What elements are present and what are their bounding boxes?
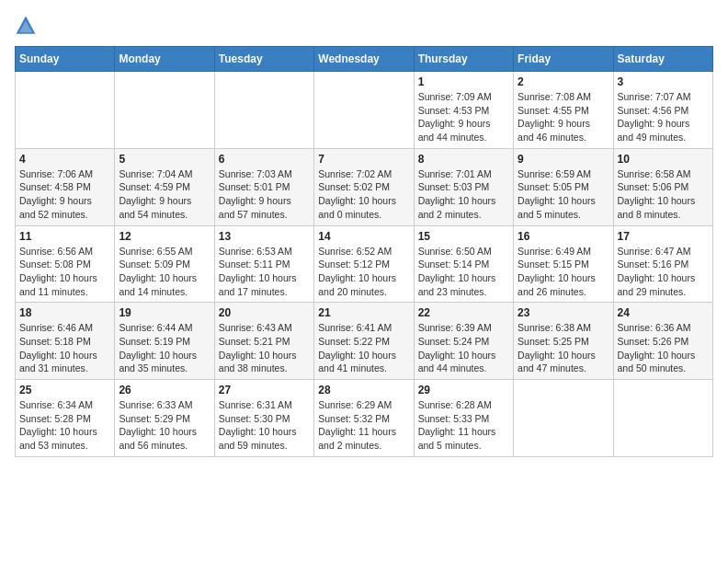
day-info: Sunrise: 6:46 AMSunset: 5:18 PMDaylight:… [19,321,110,375]
calendar-header-saturday: Saturday [613,47,712,72]
calendar-cell: 15Sunrise: 6:50 AMSunset: 5:14 PMDayligh… [414,225,513,303]
day-number: 10 [618,153,709,166]
calendar-cell: 27Sunrise: 6:31 AMSunset: 5:30 PMDayligh… [214,380,313,457]
day-info: Sunrise: 6:29 AMSunset: 5:32 PMDaylight:… [318,398,409,453]
calendar-cell: 3Sunrise: 7:07 AMSunset: 4:56 PMDaylight… [613,72,712,149]
day-info: Sunrise: 6:28 AMSunset: 5:33 PMDaylight:… [418,398,509,453]
day-number: 26 [119,384,210,396]
day-number: 2 [518,75,609,88]
calendar-cell: 7Sunrise: 7:02 AMSunset: 5:02 PMDaylight… [314,148,414,225]
calendar-cell: 12Sunrise: 6:55 AMSunset: 5:09 PMDayligh… [115,225,214,303]
calendar-cell: 24Sunrise: 6:36 AMSunset: 5:26 PMDayligh… [613,303,712,380]
day-number: 9 [518,153,609,166]
day-number: 13 [219,230,310,243]
day-number: 16 [518,230,609,243]
calendar-header-wednesday: Wednesday [314,47,414,72]
day-number: 8 [418,153,509,166]
day-number: 1 [418,75,509,88]
day-info: Sunrise: 7:04 AMSunset: 4:59 PMDaylight:… [119,167,210,222]
calendar-cell: 8Sunrise: 7:01 AMSunset: 5:03 PMDaylight… [414,148,513,225]
day-number: 3 [618,75,709,88]
calendar-header-tuesday: Tuesday [214,47,313,72]
day-number: 12 [119,230,210,243]
day-number: 18 [19,306,110,319]
day-number: 19 [119,306,210,319]
calendar-week-row: 11Sunrise: 6:56 AMSunset: 5:08 PMDayligh… [16,225,713,303]
day-info: Sunrise: 6:39 AMSunset: 5:24 PMDaylight:… [418,321,509,375]
day-number: 15 [418,230,509,243]
calendar-cell: 1Sunrise: 7:09 AMSunset: 4:53 PMDaylight… [414,72,513,149]
day-number: 7 [318,153,409,166]
calendar-cell: 5Sunrise: 7:04 AMSunset: 4:59 PMDaylight… [115,148,214,225]
logo-icon [15,15,37,37]
calendar-cell [314,72,414,149]
calendar-cell: 28Sunrise: 6:29 AMSunset: 5:32 PMDayligh… [314,380,414,457]
calendar-cell: 6Sunrise: 7:03 AMSunset: 5:01 PMDaylight… [214,148,313,225]
day-info: Sunrise: 7:07 AMSunset: 4:56 PMDaylight:… [618,90,709,144]
calendar-week-row: 25Sunrise: 6:34 AMSunset: 5:28 PMDayligh… [16,380,713,457]
day-info: Sunrise: 6:58 AMSunset: 5:06 PMDaylight:… [618,167,709,222]
calendar-cell: 14Sunrise: 6:52 AMSunset: 5:12 PMDayligh… [314,225,414,303]
day-number: 17 [618,230,709,243]
day-number: 24 [618,306,709,319]
day-info: Sunrise: 6:59 AMSunset: 5:05 PMDaylight:… [518,167,609,222]
calendar-cell: 10Sunrise: 6:58 AMSunset: 5:06 PMDayligh… [613,148,712,225]
day-info: Sunrise: 6:41 AMSunset: 5:22 PMDaylight:… [318,321,409,375]
day-number: 6 [219,153,310,166]
calendar-cell [214,72,313,149]
calendar-cell [613,380,712,457]
day-info: Sunrise: 6:31 AMSunset: 5:30 PMDaylight:… [219,398,310,453]
calendar-cell: 11Sunrise: 6:56 AMSunset: 5:08 PMDayligh… [16,225,115,303]
day-info: Sunrise: 6:38 AMSunset: 5:25 PMDaylight:… [518,321,609,375]
day-number: 28 [318,384,409,396]
calendar-week-row: 4Sunrise: 7:06 AMSunset: 4:58 PMDaylight… [16,148,713,225]
calendar-cell: 23Sunrise: 6:38 AMSunset: 5:25 PMDayligh… [514,303,613,380]
day-info: Sunrise: 7:09 AMSunset: 4:53 PMDaylight:… [418,90,509,144]
calendar-cell: 16Sunrise: 6:49 AMSunset: 5:15 PMDayligh… [514,225,613,303]
calendar-cell: 29Sunrise: 6:28 AMSunset: 5:33 PMDayligh… [414,380,513,457]
calendar-cell: 25Sunrise: 6:34 AMSunset: 5:28 PMDayligh… [16,380,115,457]
day-number: 11 [19,230,110,243]
calendar-header-thursday: Thursday [414,47,513,72]
calendar-cell: 2Sunrise: 7:08 AMSunset: 4:55 PMDaylight… [514,72,613,149]
day-number: 20 [219,306,310,319]
calendar-cell: 19Sunrise: 6:44 AMSunset: 5:19 PMDayligh… [115,303,214,380]
calendar-header-friday: Friday [514,47,613,72]
day-info: Sunrise: 7:02 AMSunset: 5:02 PMDaylight:… [318,167,409,222]
day-info: Sunrise: 6:44 AMSunset: 5:19 PMDaylight:… [119,321,210,375]
day-info: Sunrise: 6:52 AMSunset: 5:12 PMDaylight:… [318,245,409,299]
calendar-cell: 13Sunrise: 6:53 AMSunset: 5:11 PMDayligh… [214,225,313,303]
day-info: Sunrise: 6:50 AMSunset: 5:14 PMDaylight:… [418,245,509,299]
calendar-cell: 18Sunrise: 6:46 AMSunset: 5:18 PMDayligh… [16,303,115,380]
calendar-cell: 20Sunrise: 6:43 AMSunset: 5:21 PMDayligh… [214,303,313,380]
day-info: Sunrise: 7:06 AMSunset: 4:58 PMDaylight:… [19,167,110,222]
logo [15,15,40,37]
day-info: Sunrise: 6:49 AMSunset: 5:15 PMDaylight:… [518,245,609,299]
calendar-cell [115,72,214,149]
calendar-table: SundayMondayTuesdayWednesdayThursdayFrid… [15,46,713,457]
calendar-week-row: 1Sunrise: 7:09 AMSunset: 4:53 PMDaylight… [16,72,713,149]
day-info: Sunrise: 6:55 AMSunset: 5:09 PMDaylight:… [119,245,210,299]
page-header [15,15,713,37]
day-number: 5 [119,153,210,166]
day-number: 21 [318,306,409,319]
day-number: 25 [19,384,110,396]
calendar-cell [16,72,115,149]
day-info: Sunrise: 7:03 AMSunset: 5:01 PMDaylight:… [219,167,310,222]
calendar-cell: 17Sunrise: 6:47 AMSunset: 5:16 PMDayligh… [613,225,712,303]
day-number: 27 [219,384,310,396]
calendar-header-row: SundayMondayTuesdayWednesdayThursdayFrid… [16,47,713,72]
day-info: Sunrise: 6:53 AMSunset: 5:11 PMDaylight:… [219,245,310,299]
calendar-cell: 26Sunrise: 6:33 AMSunset: 5:29 PMDayligh… [115,380,214,457]
calendar-cell: 9Sunrise: 6:59 AMSunset: 5:05 PMDaylight… [514,148,613,225]
calendar-cell [514,380,613,457]
day-number: 4 [19,153,110,166]
day-number: 23 [518,306,609,319]
calendar-cell: 4Sunrise: 7:06 AMSunset: 4:58 PMDaylight… [16,148,115,225]
calendar-cell: 22Sunrise: 6:39 AMSunset: 5:24 PMDayligh… [414,303,513,380]
calendar-week-row: 18Sunrise: 6:46 AMSunset: 5:18 PMDayligh… [16,303,713,380]
calendar-header-monday: Monday [115,47,214,72]
day-info: Sunrise: 6:33 AMSunset: 5:29 PMDaylight:… [119,398,210,453]
calendar-header-sunday: Sunday [16,47,115,72]
day-number: 22 [418,306,509,319]
